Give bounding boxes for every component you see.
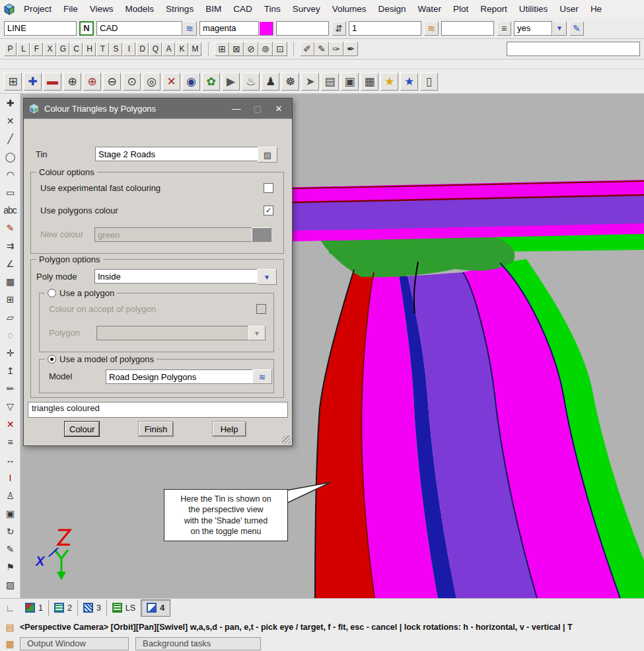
command-input[interactable] [507,42,640,56]
create-pen-icon[interactable]: ✐ [300,42,314,56]
snap-d[interactable]: D [136,42,149,56]
weight-input[interactable] [349,21,421,36]
edit-pencil-icon[interactable]: ✎ [569,21,584,36]
grid-dot-icon[interactable]: ⊡ [273,42,287,56]
delete-tool-icon[interactable]: ✕ [1,112,19,130]
add-view-icon[interactable]: ✚ [24,73,42,91]
view-tab-ls[interactable]: LS [106,600,141,616]
help-button[interactable]: Help [213,422,246,436]
tin-picker-button[interactable]: ▨ [258,147,277,163]
menu-project[interactable]: Project [18,1,57,17]
zoom-pick-icon[interactable]: ⊕ [83,73,101,91]
zoom-window-icon[interactable]: ⊙ [123,73,141,91]
parallel-tool-icon[interactable]: ⇉ [1,237,19,254]
breakline-dropdown-icon[interactable]: ▼ [552,21,567,36]
grid-plus-icon[interactable]: ⊞ [215,42,229,56]
poly-mode-input[interactable] [94,269,258,284]
view-tab-1[interactable]: 1 [20,600,48,616]
colour-swatch-button[interactable] [259,21,273,36]
grid-view-icon[interactable]: ▦ [361,73,378,91]
projector-icon[interactable]: ▶ [222,73,240,91]
output-window-tab[interactable]: Output Window [20,637,129,650]
name-input[interactable] [4,21,77,36]
output-panel-icon[interactable]: ▤ [0,622,20,632]
cut-view-icon[interactable]: ✕ [162,73,180,91]
image-tool-icon[interactable]: ▣ [1,504,19,522]
stack-tool-icon[interactable]: ≡ [1,433,19,451]
view-tab-4[interactable]: 4 [141,599,170,617]
model-layers-icon[interactable]: ≋ [252,369,272,384]
snap-h[interactable]: H [83,42,96,56]
window-grid-icon[interactable]: ⊞ [1,290,19,308]
fast-colouring-checkbox[interactable] [264,183,273,193]
zoom-in-icon[interactable]: ⊕ [63,73,81,91]
erase-tool-icon[interactable]: ✕ [1,415,19,433]
rotate-tool-icon[interactable]: ↻ [1,522,19,540]
menu-file[interactable]: File [57,1,84,17]
arc-tool-icon[interactable]: ◠ [1,165,19,183]
pan-tool-icon[interactable]: ✚ [1,94,19,112]
menu-user[interactable]: User [554,1,585,17]
background-tasks-tab[interactable]: Background tasks [135,637,261,650]
snap-p[interactable]: P [4,42,17,56]
pane-icon[interactable]: ▯ [420,73,438,91]
polygons-colour-checkbox[interactable]: ✓ [264,206,273,215]
menu-volumes[interactable]: Volumes [326,1,373,17]
name-mode-button[interactable]: N [79,21,94,36]
menu-plot[interactable]: Plot [447,1,474,17]
menu-water[interactable]: Water [412,1,448,17]
menu-strings[interactable]: Strings [160,1,199,17]
tasks-panel-icon[interactable]: ▦ [0,638,20,649]
delete-view-icon[interactable]: ▬ [44,73,61,91]
snap-f[interactable]: F [30,42,43,56]
view-tab-3[interactable]: 3 [77,600,106,616]
rect-tool-icon[interactable]: ▭ [1,183,19,201]
draw-tool-icon[interactable]: ✎ [1,540,19,558]
poly-mode-dropdown-icon[interactable]: ▼ [257,269,277,285]
copy-icon[interactable]: ▣ [341,73,359,91]
menu-bim[interactable]: BIM [199,1,227,17]
label-tool-icon[interactable]: I [1,469,19,486]
use-polygon-radio[interactable]: Use a polygon [45,288,117,298]
snap-x[interactable]: X [44,42,56,56]
polygon-tool-icon[interactable]: ▱ [1,308,19,326]
snap-t[interactable]: T [96,42,109,56]
hatch-tool-icon[interactable]: ▨ [1,576,19,594]
menu-cad[interactable]: CAD [227,1,258,17]
filter-tool-icon[interactable]: ▽ [1,397,19,415]
zoom-previous-icon[interactable]: ◎ [143,73,161,91]
orbit-wheel-icon[interactable]: ☸ [281,73,299,91]
edit-pen-icon[interactable]: ✎ [314,42,329,56]
snap-l[interactable]: L [17,42,30,56]
grid-circle-icon[interactable]: ⊚ [258,42,273,56]
flag-tool-icon[interactable]: ⚑ [1,558,19,576]
snap-s[interactable]: S [110,42,122,56]
pencil-tool-icon[interactable]: ✏ [1,379,19,397]
cloud-tool-icon[interactable]: ◌ [1,326,19,344]
resize-grip[interactable] [282,436,291,444]
breakline-input[interactable] [514,21,552,36]
plot-preview-icon[interactable]: ⊞ [4,73,22,91]
brush-tool-icon[interactable]: ✎ [1,219,19,237]
move-point-icon[interactable]: ✛ [1,344,19,362]
annotate-pen-icon[interactable]: ✑ [329,42,343,56]
style-input[interactable] [441,21,494,36]
snap-k[interactable]: K [176,42,188,56]
eye-icon[interactable]: ◉ [182,73,200,91]
linetype-input[interactable] [276,21,329,36]
print-icon[interactable]: ▤ [321,73,339,91]
snap-c[interactable]: C [70,42,83,56]
favourite-blue-icon[interactable]: ★ [400,73,418,91]
snap-i[interactable]: I [123,42,135,56]
measure-tool-icon[interactable]: ↔ [1,451,19,469]
dialog-titlebar[interactable]: Colour Triangles by Polygons — ▢ ✕ [24,98,292,118]
walk-icon[interactable]: ♟ [262,73,279,91]
angle-tool-icon[interactable]: ∠ [1,254,19,272]
menu-utilities[interactable]: Utilities [513,1,554,17]
menu-views[interactable]: Views [84,1,120,17]
snap-m[interactable]: M [189,42,201,56]
colour-input[interactable] [199,21,259,36]
lines-icon[interactable]: ≡ [497,21,511,36]
pick-icon[interactable]: ➤ [301,73,319,91]
model-layers-icon[interactable]: ≋ [182,21,197,36]
